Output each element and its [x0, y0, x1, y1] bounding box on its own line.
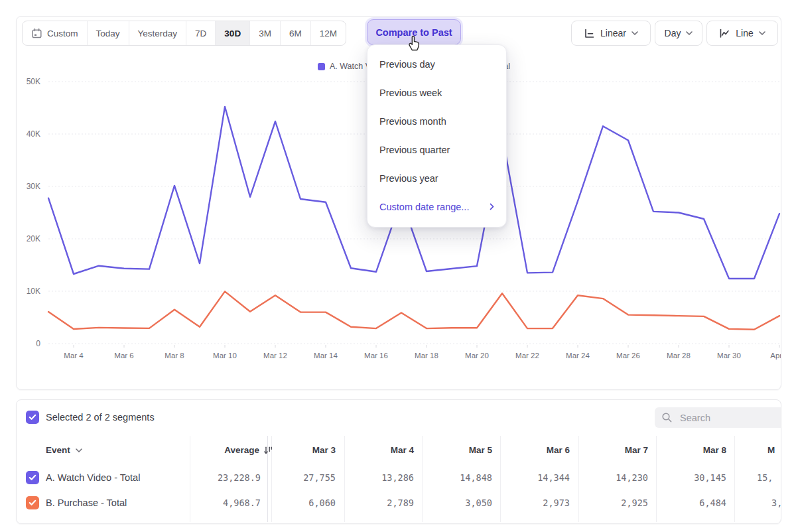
x-axis-label: Mar 6: [114, 352, 133, 360]
menu-item-previous-month[interactable]: Previous month: [367, 107, 506, 135]
x-axis-label: Apr 1: [770, 352, 781, 360]
column-header-date: Mar 5: [428, 441, 492, 460]
search-box: [655, 407, 781, 428]
search-icon: [661, 412, 673, 423]
column-header-date: Mar 6: [505, 441, 570, 460]
x-axis-label: Mar 16: [364, 352, 388, 360]
column-divider: [734, 436, 735, 522]
check-icon: [29, 414, 36, 421]
y-axis-label: 30K: [27, 182, 40, 191]
column-header-date: Mar 4: [350, 441, 414, 460]
compare-label: Compare to Past: [375, 27, 452, 38]
x-axis-label: Mar 10: [213, 352, 237, 360]
cell-value: 2,925: [584, 494, 648, 512]
compare-to-past-button[interactable]: Compare to Past: [367, 19, 461, 45]
y-axis-label: 20K: [27, 234, 40, 243]
menu-item-label: Previous year: [379, 173, 438, 184]
row-label-purchase: B. Purchase - Total: [46, 494, 127, 512]
menu-item-label: Previous quarter: [379, 145, 450, 155]
cell-value: 6,484: [662, 494, 726, 512]
row-label-watch-video: A. Watch Video - Total: [46, 468, 140, 487]
cell-average: 4,968.7: [173, 494, 261, 512]
menu-item-previous-week[interactable]: Previous week: [367, 78, 506, 107]
y-axis-label: 50K: [27, 77, 40, 86]
cell-value: 2,973: [505, 494, 570, 512]
cell-value: 3,050: [428, 494, 492, 512]
menu-item-label: Previous day: [379, 59, 435, 70]
chevron-down-icon: [76, 448, 82, 452]
cell-value: 6,060: [271, 494, 336, 512]
cell-value: 13,286: [350, 468, 414, 487]
cell-value: 30,145: [662, 468, 726, 487]
x-axis-label: Mar 28: [667, 352, 691, 360]
cell-value: 14,848: [428, 468, 492, 487]
segments-card: Selected 2 of 2 segments Event Average M…: [16, 399, 781, 524]
select-all-checkbox[interactable]: [26, 411, 39, 424]
menu-item-previous-day[interactable]: Previous day: [367, 50, 506, 78]
x-axis-label: Mar 30: [717, 352, 741, 360]
x-axis-label: Mar 18: [415, 352, 438, 360]
column-divider: [578, 436, 579, 522]
y-axis-label: 0: [36, 339, 40, 348]
column-divider: [344, 436, 345, 522]
x-axis-label: Mar 4: [64, 352, 84, 360]
legend-swatch-watch-video: [318, 63, 325, 70]
compare-dropdown-menu: Previous day Previous week Previous mont…: [367, 44, 507, 228]
cell-value: 14,230: [584, 468, 648, 487]
selected-segments-text: Selected 2 of 2 segments: [46, 411, 155, 424]
menu-item-label: Previous month: [379, 116, 446, 127]
column-header-label: Average: [224, 441, 259, 460]
row-checkbox-watch-video[interactable]: [26, 471, 39, 484]
menu-item-previous-year[interactable]: Previous year: [367, 164, 506, 192]
x-axis-label: Mar 20: [465, 352, 489, 360]
chevron-right-icon: [490, 203, 494, 210]
cell-value-clipped: 3,: [771, 494, 781, 512]
column-header-date: Mar 8: [662, 441, 726, 460]
search-input[interactable]: [679, 412, 761, 424]
cell-value-clipped: 15,: [757, 468, 773, 487]
menu-item-custom-date-range[interactable]: Custom date range...: [367, 192, 506, 221]
cell-average: 23,228.9: [173, 468, 261, 487]
check-icon: [29, 499, 36, 506]
x-axis-label: Mar 8: [165, 352, 184, 360]
x-axis-label: Mar 26: [616, 352, 640, 360]
column-header-label: Event: [46, 441, 70, 460]
column-header-average[interactable]: Average: [173, 441, 273, 460]
menu-item-previous-quarter[interactable]: Previous quarter: [367, 135, 506, 164]
column-divider: [422, 436, 423, 522]
cell-value: 14,344: [505, 468, 570, 487]
y-axis-label: 40K: [27, 129, 40, 139]
x-axis-label: Mar 12: [263, 352, 287, 360]
menu-item-label: Previous week: [379, 88, 442, 98]
menu-item-label: Custom date range...: [379, 202, 469, 212]
x-axis-label: Mar 22: [515, 352, 539, 360]
analytics-page: { "toolbar": { "date_ranges": ["Custom",…: [0, 0, 796, 532]
column-header-date-clipped: M: [767, 441, 775, 460]
column-header-event[interactable]: Event: [46, 441, 82, 460]
cell-value: 2,789: [350, 494, 414, 512]
y-axis-label: 10K: [27, 287, 40, 296]
x-axis-label: Mar 14: [314, 352, 338, 360]
cell-value: 27,755: [271, 468, 336, 487]
column-divider: [656, 436, 657, 522]
column-divider: [500, 436, 501, 522]
check-icon: [29, 474, 36, 481]
column-header-date: Mar 3: [271, 441, 336, 460]
column-header-date: Mar 7: [584, 441, 648, 460]
row-checkbox-purchase[interactable]: [26, 496, 39, 509]
x-axis-label: Mar 24: [566, 352, 590, 360]
series-line-1[interactable]: [48, 291, 779, 329]
